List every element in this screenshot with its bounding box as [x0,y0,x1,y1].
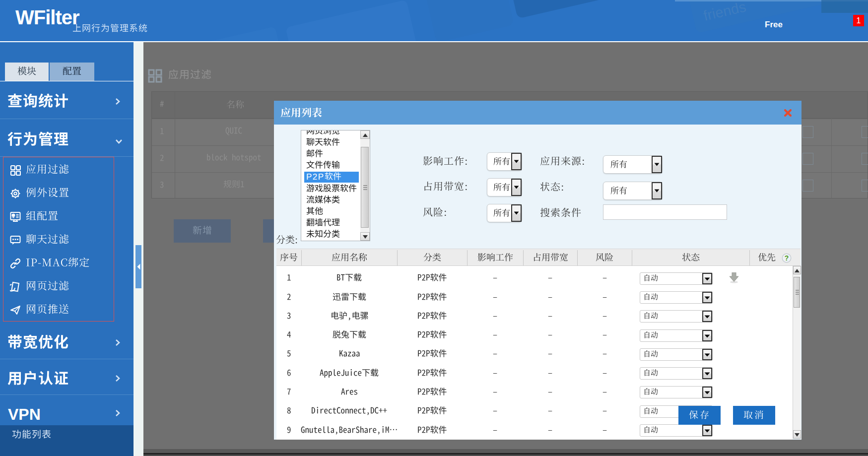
svg-text:?: ? [785,254,789,262]
